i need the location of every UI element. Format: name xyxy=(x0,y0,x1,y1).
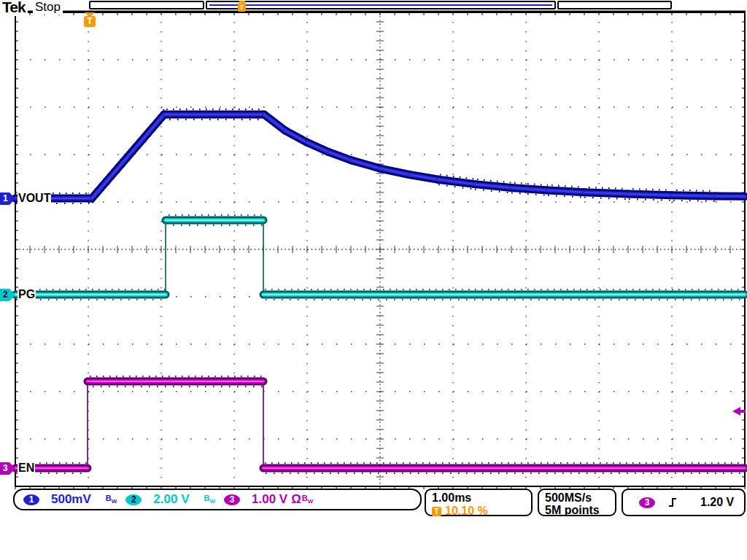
channel-3-label: EN xyxy=(18,462,35,474)
record-view-bar[interactable]: T xyxy=(206,1,556,9)
trace-en xyxy=(15,376,745,473)
trigger-t-icon: T xyxy=(432,507,441,516)
rising-edge-icon xyxy=(668,497,677,508)
timebase-scale: 1.00ms xyxy=(432,491,531,504)
trigger-t-icon: T xyxy=(238,3,246,12)
channel-2-label: PG xyxy=(18,288,36,300)
acquisition-status: Stop xyxy=(33,0,63,15)
sample-rate: 500MS/s xyxy=(545,491,615,504)
bandwidth-limit-icon: BW xyxy=(204,494,216,505)
channel-2-badge: 2 xyxy=(125,494,142,505)
record-waveform-preview xyxy=(209,4,552,6)
impedance-icon: Ω xyxy=(291,492,301,507)
trigger-readout: 3 1.20 V xyxy=(622,489,746,516)
channel-1-scale: 500mV xyxy=(51,492,91,507)
trigger-position-percent: 10.10 % xyxy=(445,505,488,518)
oscilloscope-screen: Tek Stop T T 1 2 3 VOUT PG EN 1 500mV BW… xyxy=(0,0,747,560)
channel-3-badge: 3 xyxy=(224,494,240,505)
record-bar-left-box xyxy=(89,1,204,9)
record-bar-right-box xyxy=(557,1,672,9)
trigger-t-icon: T xyxy=(84,16,96,27)
bandwidth-limit-icon: BW xyxy=(302,494,314,505)
timebase-readout: 1.00ms T 10.10 % xyxy=(425,489,533,516)
channel-1-label: VOUT xyxy=(18,192,51,204)
tek-logo: Tek xyxy=(2,0,28,16)
waveform-display xyxy=(0,0,747,560)
channel-3-scale: 1.00 V xyxy=(252,492,287,507)
record-trigger-position-marker[interactable]: T xyxy=(237,1,247,12)
trigger-source-badge: 3 xyxy=(639,497,655,508)
bandwidth-limit-icon: BW xyxy=(106,494,117,505)
trigger-level-marker[interactable] xyxy=(732,407,746,416)
channel-2-scale: 2.00 V xyxy=(153,492,189,507)
trigger-level-value: 1.20 V xyxy=(700,496,734,509)
acquisition-readout: 500MS/s 5M points xyxy=(538,489,616,516)
trigger-position-marker[interactable]: T xyxy=(83,12,96,28)
channel-1-badge: 1 xyxy=(23,494,39,505)
channel-scales-readout: 1 500mV BW 2 2.00 V BW 3 1.00 V Ω BW xyxy=(13,489,422,510)
record-length: 5M points xyxy=(545,504,615,516)
